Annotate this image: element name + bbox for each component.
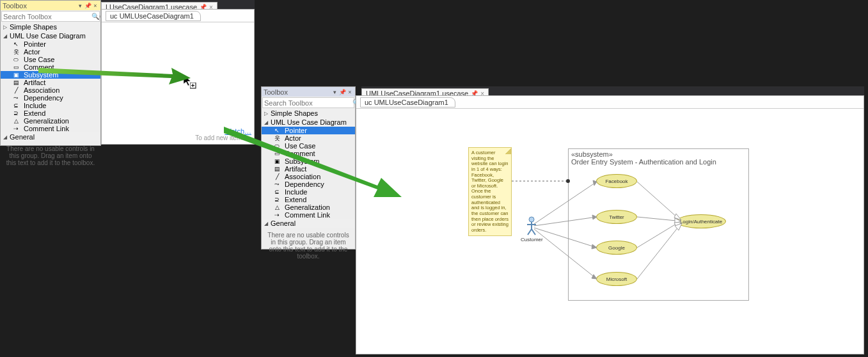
tool-icon: ↖: [12, 41, 20, 47]
tool-icon: ▭: [12, 64, 20, 70]
tool-icon: ⤳: [12, 95, 20, 101]
usecase-google[interactable]: Google: [596, 241, 637, 255]
toolbox-titlebar: Toolbox ▾ 📌 ×: [1, 1, 100, 10]
usecase-facebook[interactable]: Facebook: [596, 174, 637, 188]
tool-item-comment-link[interactable]: ⇢Comment Link: [262, 211, 355, 219]
tool-icon: ⇢: [12, 125, 20, 132]
tool-item-generalization[interactable]: △Generalization: [262, 203, 355, 211]
tool-icon: ⊆: [12, 102, 20, 109]
chevron-down-icon: ◢: [264, 120, 268, 125]
tool-icon: ⇢: [273, 212, 281, 218]
actor-customer[interactable]: Customer: [521, 216, 543, 242]
tool-label: Include: [24, 102, 46, 109]
tool-label: Association: [24, 86, 59, 94]
toolbox-search[interactable]: 🔍 ▾: [1, 11, 100, 22]
usecase-login-authenticate[interactable]: Login/Authenticate: [676, 214, 726, 228]
tool-list-1: ↖Pointer옷Actor⬭Use Case▭Comment▣Subsyste…: [1, 40, 100, 132]
section-simple-shapes[interactable]: ▷ Simple Shapes: [262, 109, 355, 118]
annotation-arrow-icon: [38, 59, 192, 84]
tool-item-extend[interactable]: ⊇Extend: [1, 109, 100, 117]
toolbox-search[interactable]: 🔍 ▾: [262, 97, 354, 108]
close-icon[interactable]: ×: [347, 89, 353, 95]
tool-icon: ╱: [12, 87, 20, 93]
tool-item-comment-link[interactable]: ⇢Comment Link: [1, 125, 100, 132]
search-input[interactable]: [264, 99, 352, 107]
tool-icon: ⊇: [12, 110, 20, 116]
section-general[interactable]: ◢ General: [262, 219, 355, 228]
usecase-twitter[interactable]: Twitter: [596, 210, 637, 224]
actor-label: Customer: [521, 237, 543, 242]
toolbox-hint: There are no usable controls in this gro…: [262, 228, 355, 264]
dropdown-icon[interactable]: ▾: [331, 89, 338, 95]
subsystem-header: «subsystem» Order Entry System - Authent…: [569, 149, 748, 167]
section-simple-shapes[interactable]: ▷ Simple Shapes: [1, 22, 100, 31]
toolbox-title: Toolbox: [3, 2, 75, 10]
tool-label: Comment Link: [24, 125, 69, 132]
svg-marker-3: [38, 68, 191, 84]
note-text: A customer visiting the website can logi…: [471, 150, 509, 233]
tool-icon: ▤: [12, 79, 20, 86]
close-icon[interactable]: ×: [92, 3, 99, 9]
svg-line-7: [528, 229, 532, 235]
tool-label: Extend: [24, 109, 45, 117]
tool-item-association[interactable]: ╱Association: [1, 86, 100, 94]
toolbox-titlebar: Toolbox ▾ 📌 ×: [262, 87, 355, 97]
toolbox-title: Toolbox: [264, 88, 330, 96]
pin-icon[interactable]: 📌: [84, 3, 91, 9]
chevron-right-icon: ▷: [264, 111, 268, 116]
tool-item-include[interactable]: ⊆Include: [1, 102, 100, 109]
search-input[interactable]: [3, 13, 91, 20]
chevron-right-icon: ▷: [3, 24, 7, 30]
chevron-down-icon: ◢: [3, 134, 7, 140]
tool-label: Comment Link: [285, 211, 330, 219]
search-icon[interactable]: 🔍: [91, 13, 99, 20]
note-fold-icon: [505, 148, 511, 154]
svg-marker-27: [224, 127, 402, 197]
section-general[interactable]: ◢ General: [1, 132, 100, 141]
tool-label: Generalization: [285, 203, 330, 211]
tool-icon: ⬭: [12, 56, 20, 63]
tool-item-dependency[interactable]: ⤳Dependency: [1, 94, 100, 102]
tool-label: Actor: [24, 48, 40, 56]
usecase-microsoft[interactable]: Microsoft: [596, 272, 637, 286]
tool-icon: ▣: [12, 72, 20, 78]
tool-icon: 옷: [12, 48, 20, 56]
section-uml-usecase[interactable]: ◢ UML Use Case Diagram: [1, 31, 100, 40]
dropdown-icon[interactable]: ▾: [77, 3, 83, 9]
tool-item-generalization[interactable]: △Generalization: [1, 117, 100, 125]
svg-line-8: [532, 229, 535, 235]
diagram-canvas-2[interactable]: uc UMLUseCaseDiagram1 A customer visitin…: [356, 95, 864, 354]
tool-label: Pointer: [24, 40, 46, 48]
tool-label: Dependency: [24, 94, 63, 102]
tool-label: Generalization: [24, 117, 69, 125]
breadcrumb-tab: uc UMLUseCaseDiagram1: [360, 97, 455, 107]
comment-note[interactable]: A customer visiting the website can logi…: [468, 147, 512, 236]
annotation-arrow-icon: [224, 125, 403, 202]
tool-icon: △: [273, 204, 281, 210]
chevron-down-icon: ◢: [264, 221, 268, 226]
tool-icon: △: [12, 118, 20, 124]
toolbox-hint: There are no usable controls in this gro…: [1, 141, 100, 170]
breadcrumb: uc UMLUseCaseDiagram1: [102, 10, 254, 22]
chevron-down-icon: ◢: [3, 33, 7, 39]
actor-icon: [525, 216, 538, 235]
breadcrumb-tab: uc UMLUseCaseDiagram1: [106, 11, 201, 21]
tool-item-actor[interactable]: 옷Actor: [1, 48, 100, 56]
tool-item-pointer[interactable]: ↖Pointer: [1, 40, 100, 48]
breadcrumb: uc UMLUseCaseDiagram1: [356, 96, 864, 109]
svg-point-4: [529, 217, 534, 222]
pin-icon[interactable]: 📌: [339, 89, 345, 95]
